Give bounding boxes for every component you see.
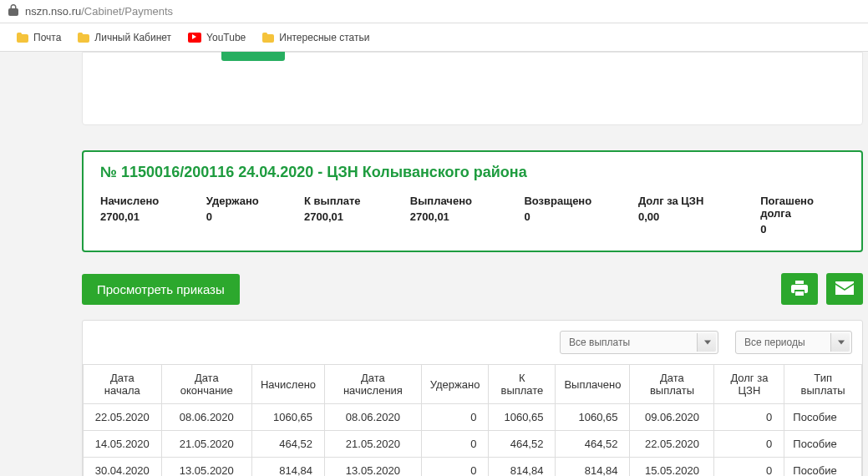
email-button[interactable] — [826, 273, 863, 305]
th-pay-date: Дата выплаты — [630, 365, 714, 404]
th-start: Дата начала — [84, 365, 162, 404]
cell-type: Пособие — [784, 404, 862, 431]
summary-title: № 1150016/200116 24.04.2020 - ЦЗН Колыва… — [100, 164, 845, 181]
summary-value: 0 — [524, 210, 613, 223]
bookmark-label: YouTube — [206, 32, 246, 43]
summary-value: 0 — [760, 223, 845, 235]
summary-col-returned: Возвращено 0 — [524, 195, 613, 235]
cell-debt: 0 — [714, 404, 784, 431]
summary-col-topay: К выплате 2700,01 — [304, 195, 385, 235]
th-label: Выплачено — [564, 378, 621, 391]
payments-table: Дата начала Дата окончание Начислено Дат… — [83, 364, 862, 476]
th-debt: Долг за ЦЗН — [714, 365, 784, 404]
url-path: /Cabinet/Payments — [81, 5, 173, 18]
table-header-row: Дата начала Дата окончание Начислено Дат… — [84, 365, 862, 404]
dropdown-value: Все выплаты — [569, 337, 630, 348]
summary-col-withheld: Удержано 0 — [206, 195, 279, 235]
print-icon — [791, 281, 808, 298]
url-host: nszn.nso.ru — [25, 5, 81, 18]
button-stub — [221, 52, 285, 61]
th-label: К выплате — [500, 372, 543, 397]
th-accrued: Начислено — [251, 365, 324, 404]
summary-label: К выплате — [304, 195, 385, 207]
bookmarks-bar: Почта Личный Кабинет YouTube Интересные … — [0, 23, 868, 52]
summary-label: Удержано — [206, 195, 279, 207]
th-end: Дата окончание — [161, 365, 251, 404]
th-label: Дата выплаты — [650, 372, 694, 397]
mail-icon — [835, 281, 854, 297]
payments-filter-dropdown[interactable]: Все выплаты — [560, 331, 718, 354]
cell-start: 30.04.2020 — [84, 458, 162, 477]
summary-col-debt: Долг за ЦЗН 0,00 — [638, 195, 735, 235]
table-row: 30.04.202013.05.2020814,8413.05.20200814… — [84, 458, 862, 477]
bookmark-label: Личный Кабинет — [94, 32, 171, 43]
summary-card: № 1150016/200116 24.04.2020 - ЦЗН Колыва… — [82, 150, 863, 252]
cell-withheld: 0 — [421, 404, 489, 431]
cell-accrued: 1060,65 — [251, 404, 324, 431]
print-button[interactable] — [781, 273, 818, 305]
address-bar: nszn.nso.ru/Cabinet/Payments — [0, 0, 868, 23]
bookmark-label: Почта — [33, 32, 61, 43]
summary-col-accrued: Начислено 2700,01 — [100, 195, 181, 235]
cell-to-pay: 464,52 — [489, 431, 556, 458]
summary-label: Возвращено — [524, 195, 613, 207]
cell-accrual-date: 08.06.2020 — [325, 404, 422, 431]
cell-to-pay: 1060,65 — [489, 404, 556, 431]
th-accrual-date: Дата начисления — [325, 365, 422, 404]
folder-icon — [17, 33, 28, 43]
th-type: Тип выплаты — [784, 365, 862, 404]
cell-accrued: 464,52 — [251, 431, 324, 458]
previous-card-stub — [82, 52, 863, 125]
bookmark-cabinet[interactable]: Личный Кабинет — [78, 32, 171, 43]
bookmark-youtube[interactable]: YouTube — [188, 32, 246, 43]
summary-col-paid: Выплачено 2700,01 — [410, 195, 500, 235]
cell-pay-date: 09.06.2020 — [630, 404, 714, 431]
cell-end: 13.05.2020 — [161, 458, 251, 477]
th-withheld: Удержано — [421, 365, 489, 404]
cell-end: 08.06.2020 — [161, 404, 251, 431]
summary-label: Долг за ЦЗН — [638, 195, 735, 207]
summary-value: 2700,01 — [410, 210, 500, 223]
summary-label: Погашено долга — [760, 195, 845, 220]
table-row: 22.05.202008.06.20201060,6508.06.2020010… — [84, 404, 862, 431]
cell-type: Пособие — [784, 431, 862, 458]
bookmark-articles[interactable]: Интересные статьи — [262, 32, 369, 43]
th-paid: Выплачено — [556, 365, 630, 404]
view-orders-button[interactable]: Просмотреть приказы — [82, 274, 240, 305]
cell-withheld: 0 — [421, 431, 489, 458]
cell-debt: 0 — [714, 431, 784, 458]
folder-icon — [78, 33, 89, 43]
chevron-down-icon — [704, 341, 711, 345]
payments-table-card: Все выплаты Все периоды Дата начала Дата… — [82, 320, 863, 476]
cell-pay-date: 15.05.2020 — [630, 458, 714, 477]
cell-paid: 464,52 — [556, 431, 630, 458]
cell-start: 14.05.2020 — [84, 431, 162, 458]
summary-value: 0 — [206, 210, 279, 223]
cell-paid: 1060,65 — [556, 404, 630, 431]
summary-col-repaid: Погашено долга 0 — [760, 195, 845, 235]
th-label: Тип выплаты — [801, 372, 845, 397]
cell-to-pay: 814,84 — [489, 458, 556, 477]
summary-value: 0,00 — [638, 210, 735, 223]
actions-row: Просмотреть приказы — [82, 273, 863, 305]
cell-pay-date: 22.05.2020 — [630, 431, 714, 458]
youtube-icon — [188, 33, 201, 43]
cell-accrual-date: 13.05.2020 — [325, 458, 422, 477]
bookmark-mail[interactable]: Почта — [17, 32, 61, 43]
summary-label: Начислено — [100, 195, 181, 207]
cell-paid: 814,84 — [556, 458, 630, 477]
chevron-down-icon — [838, 341, 845, 345]
cell-accrual-date: 21.05.2020 — [325, 431, 422, 458]
url-text[interactable]: nszn.nso.ru/Cabinet/Payments — [25, 5, 173, 18]
th-label: Долг за ЦЗН — [730, 372, 768, 397]
th-to-pay: К выплате — [489, 365, 556, 404]
cell-end: 21.05.2020 — [161, 431, 251, 458]
cell-debt: 0 — [714, 458, 784, 477]
th-label: Дата начала — [104, 372, 140, 397]
th-label: Удержано — [430, 378, 480, 391]
filter-row: Все выплаты Все периоды — [83, 321, 862, 364]
cell-type: Пособие — [784, 458, 862, 477]
summary-row: Начислено 2700,01 Удержано 0 К выплате 2… — [100, 195, 845, 235]
periods-filter-dropdown[interactable]: Все периоды — [735, 331, 852, 354]
summary-value: 2700,01 — [100, 210, 181, 223]
